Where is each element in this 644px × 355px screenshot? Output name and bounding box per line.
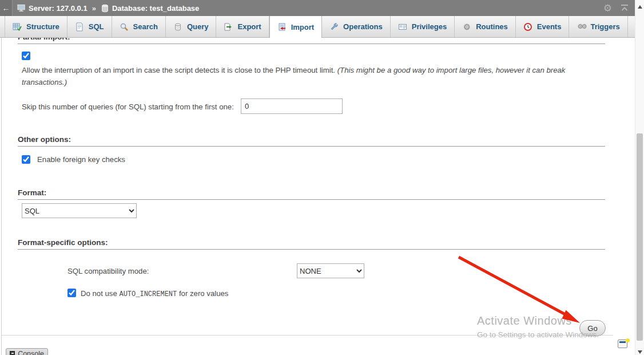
tab-label: Triggers — [590, 22, 619, 31]
foreign-key-label: Enable foreign key checks — [37, 155, 125, 164]
tab-structure[interactable]: Structure — [5, 16, 67, 37]
tab-label: Operations — [343, 22, 383, 31]
scrollbar-thumb[interactable] — [637, 133, 643, 341]
auto-increment-code: AUTO_INCREMENT — [119, 290, 177, 298]
collapse-nav-button[interactable]: ← — [0, 0, 13, 16]
red-arrow-shaft — [459, 257, 566, 315]
console-terminal-icon — [10, 351, 15, 355]
console-toggle[interactable]: Console — [6, 348, 48, 355]
other-options-heading: Other options: — [18, 135, 605, 147]
format-heading: Format: — [18, 188, 605, 200]
description-normal-text: Allow the interruption of an import in c… — [22, 66, 337, 74]
format-specific-heading: Format-specific options: — [18, 238, 605, 250]
breadcrumb-database-label: Database: test_database — [112, 4, 199, 13]
database-icon — [101, 3, 110, 13]
triggers-gears-icon: ⚙⚙ — [577, 22, 586, 31]
activate-windows-watermark: Activate Windows — [477, 314, 572, 328]
left-arrow-icon: ← — [2, 3, 10, 13]
sql-compat-select[interactable]: NONE — [297, 263, 364, 278]
yellow-dot — [626, 338, 630, 342]
foreign-key-checkbox[interactable] — [22, 155, 30, 164]
new-window-icon[interactable] — [618, 338, 630, 349]
page-left-border — [1, 16, 2, 355]
query-cylinder-icon — [173, 22, 182, 31]
breadcrumb-server-label: Server: 127.0.0.1 — [29, 4, 88, 13]
events-clock-icon — [523, 22, 532, 31]
sql-compat-label: SQL compatibility mode: — [67, 267, 149, 275]
scrollbar-up-arrow[interactable] — [638, 5, 642, 9]
tab-routines[interactable]: ⚙ Routines — [455, 16, 516, 37]
server-monitor-icon — [17, 3, 26, 13]
tab-query[interactable]: Query — [166, 16, 217, 37]
breadcrumb-bar: ← Server: 127.0.0.1 » Database: test_dat… — [0, 0, 644, 16]
structure-table-icon — [13, 22, 22, 31]
skip-queries-input[interactable] — [241, 98, 343, 114]
settings-gear-icon[interactable]: ⚙ — [603, 3, 612, 13]
tab-label: SQL — [89, 22, 104, 31]
wrench-icon — [329, 22, 339, 31]
tab-events[interactable]: Events — [516, 16, 570, 37]
breadcrumb-separator: » — [92, 4, 96, 13]
activate-windows-subtext: Go to Settings to activate Windows. — [477, 330, 599, 339]
tab-import[interactable]: Import — [269, 16, 322, 38]
sql-page-icon — [75, 22, 84, 31]
database-tabbar: Structure SQL Search Query Export Import… — [0, 16, 644, 38]
auto-increment-label-pre: Do not use — [81, 289, 119, 298]
tab-label: Search — [133, 22, 158, 31]
tab-search[interactable]: Search — [112, 16, 166, 37]
search-icon — [120, 22, 129, 31]
tab-export[interactable]: Export — [216, 16, 269, 37]
auto-increment-label: Do not use AUTO_INCREMENT for zero value… — [81, 289, 228, 298]
tab-label: Structure — [26, 22, 59, 31]
console-label: Console — [18, 350, 44, 355]
tab-label: Query — [187, 22, 209, 31]
privileges-card-icon — [398, 22, 407, 31]
red-arrow-annotation — [0, 0, 644, 355]
breadcrumb-database-link[interactable]: Database: test_database — [101, 3, 199, 13]
allow-interrupt-description: Allow the interruption of an import in c… — [22, 64, 588, 88]
scrollbar-down-arrow[interactable] — [638, 350, 642, 354]
import-icon — [277, 22, 287, 31]
auto-increment-checkbox[interactable] — [67, 289, 76, 297]
tab-sql[interactable]: SQL — [67, 16, 112, 37]
tab-label: Routines — [476, 22, 508, 31]
tab-privileges[interactable]: Privileges — [391, 16, 455, 37]
skip-queries-label: Skip this number of queries (for SQL) st… — [22, 102, 234, 111]
breadcrumb: Server: 127.0.0.1 » Database: test_datab… — [17, 3, 199, 13]
tab-label: Privileges — [412, 22, 447, 31]
tab-label: Import — [291, 23, 314, 31]
allow-interrupt-checkbox[interactable] — [22, 52, 30, 60]
routines-gear-icon: ⚙ — [462, 22, 471, 31]
auto-increment-label-post: for zero values — [177, 289, 228, 298]
vertical-scrollbar[interactable] — [635, 0, 644, 355]
scroll-to-top-icon[interactable] — [620, 4, 629, 12]
format-select[interactable]: SQL — [22, 203, 137, 218]
export-icon — [224, 22, 233, 31]
tab-triggers[interactable]: ⚙⚙ Triggers — [569, 16, 627, 37]
breadcrumb-server-link[interactable]: Server: 127.0.0.1 — [17, 3, 88, 13]
tab-label: Events — [537, 22, 562, 31]
tab-operations[interactable]: Operations — [322, 16, 391, 37]
tab-label: Export — [237, 22, 261, 31]
